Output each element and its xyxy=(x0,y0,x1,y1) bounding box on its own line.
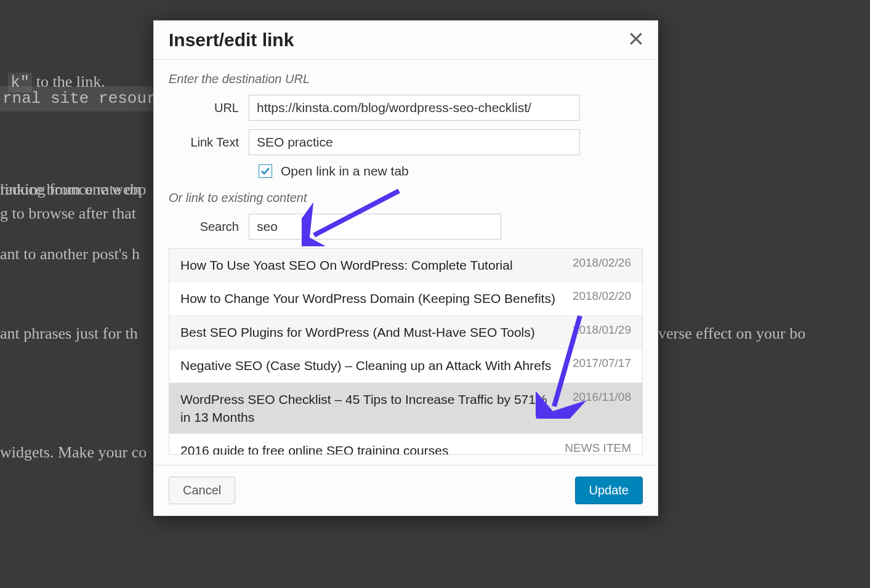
result-date: 2018/02/20 xyxy=(573,289,631,303)
result-date: NEWS ITEM xyxy=(565,441,631,455)
result-title: How to Change Your WordPress Domain (Kee… xyxy=(180,289,573,307)
result-row[interactable]: WordPress SEO Checklist – 45 Tips to Inc… xyxy=(169,383,642,435)
result-title: WordPress SEO Checklist – 45 Tips to Inc… xyxy=(180,390,573,427)
result-row[interactable]: How to Change Your WordPress Domain (Kee… xyxy=(169,282,642,315)
linktext-field-row: Link Text xyxy=(169,129,643,155)
linktext-input[interactable] xyxy=(249,129,580,155)
linktext-label: Link Text xyxy=(169,135,249,150)
link-dialog: Insert/edit link Enter the destination U… xyxy=(153,20,658,516)
dialog-header: Insert/edit link xyxy=(154,21,658,60)
result-title: Negative SEO (Case Study) – Cleaning up … xyxy=(180,356,573,374)
bg-text-line7: widgets. Make your co xyxy=(0,440,147,464)
bg-text-line2: rnal site resourc xyxy=(0,86,168,111)
result-title: 2016 guide to free online SEO training c… xyxy=(180,441,565,455)
dialog-footer: Cancel Update xyxy=(154,465,658,515)
search-input[interactable] xyxy=(249,214,501,240)
update-button[interactable]: Update xyxy=(575,477,643,504)
url-input[interactable] xyxy=(249,95,580,121)
result-title: Best SEO Plugins for WordPress (And Must… xyxy=(180,323,573,341)
result-date: 2018/01/29 xyxy=(573,323,631,337)
bg-text-line6b: verse effect on your bo xyxy=(658,321,805,345)
result-row[interactable]: How To Use Yoast SEO On WordPress: Compl… xyxy=(169,249,642,282)
close-icon[interactable] xyxy=(629,32,643,48)
bg-text-line5: ant to another post's h xyxy=(0,242,140,266)
search-label: Search xyxy=(169,220,249,234)
result-row[interactable]: Negative SEO (Case Study) – Cleaning up … xyxy=(169,349,642,382)
result-row[interactable]: 2016 guide to free online SEO training c… xyxy=(169,434,642,455)
dialog-body: Enter the destination URL URL Link Text … xyxy=(154,60,658,455)
search-field-row: Search xyxy=(169,214,643,240)
newtab-label: Open link in a new tab xyxy=(281,164,409,179)
url-field-row: URL xyxy=(169,95,643,121)
newtab-checkbox-row[interactable]: Open link in a new tab xyxy=(259,164,643,179)
newtab-checkbox[interactable] xyxy=(259,164,272,178)
result-date: 2016/11/08 xyxy=(573,390,631,404)
result-date: 2018/02/26 xyxy=(573,256,631,270)
bg-text-line4: g to browse after that xyxy=(0,201,136,225)
cancel-button[interactable]: Cancel xyxy=(169,477,235,504)
search-results-list[interactable]: How To Use Yoast SEO On WordPress: Compl… xyxy=(169,248,643,455)
bg-text-line3b: linking from one webp xyxy=(0,177,147,201)
result-date: 2017/07/17 xyxy=(573,356,631,370)
section-destination-label: Enter the destination URL xyxy=(169,72,643,86)
section-existing-label: Or link to existing content xyxy=(169,191,643,205)
dialog-title: Insert/edit link xyxy=(169,30,294,50)
result-row[interactable]: Best SEO Plugins for WordPress (And Must… xyxy=(169,316,642,349)
bg-text-line6: ant phrases just for th xyxy=(0,321,138,345)
url-label: URL xyxy=(169,101,249,115)
result-title: How To Use Yoast SEO On WordPress: Compl… xyxy=(180,256,573,274)
